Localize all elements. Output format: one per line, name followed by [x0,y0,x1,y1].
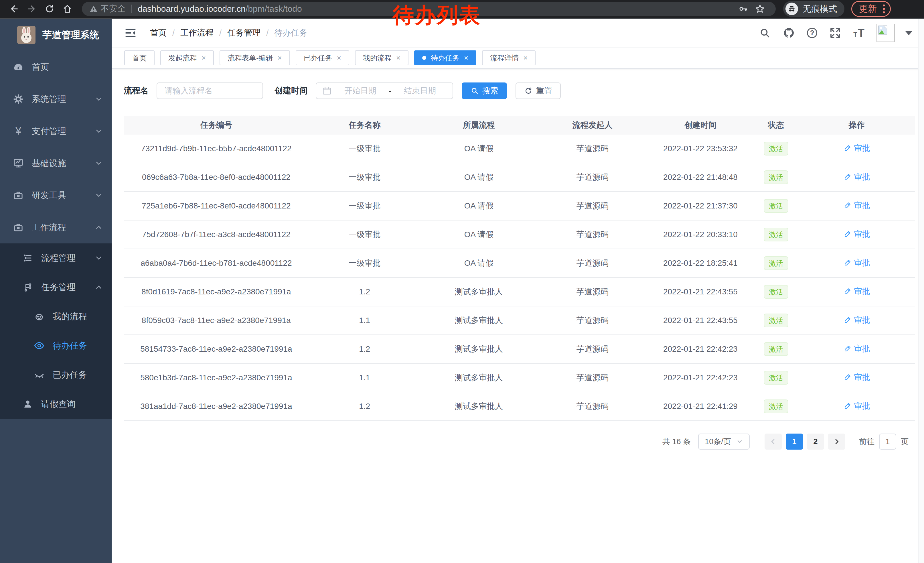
next-page-button[interactable] [828,434,845,450]
approve-link[interactable]: 审批 [843,343,870,354]
sidebar-collapse-icon[interactable] [124,27,137,39]
cell-status: 激活 [753,228,799,242]
browser-reload-icon[interactable] [40,1,58,17]
cell-action: 审批 [799,343,915,355]
cell-process: OA 请假 [420,143,537,154]
security-warning[interactable]: 不安全 [89,3,126,15]
tab-my-process[interactable]: 我的流程× [355,50,408,65]
breadcrumb-home[interactable]: 首页 [150,27,166,39]
avatar-dropdown-caret[interactable] [905,31,912,35]
approve-link[interactable]: 审批 [843,315,870,326]
sidebar-item-workflow[interactable]: 工作流程 [0,211,112,243]
app-title: 芋道管理系统 [42,29,99,42]
goto-page-input[interactable] [879,434,896,450]
process-name-input[interactable] [157,83,263,99]
breadcrumb-workflow[interactable]: 工作流程 [180,27,213,39]
tab-todo-tasks[interactable]: 待办任务× [414,50,476,65]
cell-task-id: 725a1eb6-7b88-11ec-8ef0-acde48001122 [124,201,309,210]
tab-process-detail[interactable]: 流程详情× [482,50,536,65]
breadcrumb-separator: / [266,29,268,38]
font-size-icon[interactable]: TT [853,27,864,39]
tab-start-process[interactable]: 发起流程× [160,50,214,65]
cell-created: 2022-01-22 21:37:30 [648,201,753,210]
cell-process: 测试多审批人 [420,315,537,326]
page-button-2[interactable]: 2 [807,434,824,450]
sidebar-item-system[interactable]: 系统管理 [0,83,112,115]
tab-form-edit[interactable]: 流程表单-编辑× [219,50,290,65]
sidebar-item-infrastructure[interactable]: 基础设施 [0,147,112,179]
cell-task-id: 75d72608-7b7f-11ec-a3c8-acde48001122 [124,230,309,239]
total-count: 共 16 条 [662,437,691,447]
app-logo-row[interactable]: 芋道管理系统 [0,19,112,51]
cell-task-name: 1.2 [309,402,420,411]
table-row: 580e1b3d-7ac8-11ec-a9e2-a2380e71991a 1.1… [124,364,915,392]
column-header: 任务名称 [309,120,420,131]
sidebar-item-label: 支付管理 [32,125,94,137]
table-row: 725a1eb6-7b88-11ec-8ef0-acde48001122 一级审… [124,192,915,221]
reset-button[interactable]: 重置 [516,83,561,99]
chevron-down-icon [94,191,103,200]
sidebar-item-home[interactable]: 首页 [0,51,112,83]
avatar[interactable] [876,24,895,42]
approve-link[interactable]: 审批 [843,372,870,383]
sidebar-item-dev-tools[interactable]: 研发工具 [0,179,112,211]
sidebar-item-payment[interactable]: ¥ 支付管理 [0,115,112,147]
update-label: 更新 [859,3,877,15]
close-icon[interactable]: × [523,54,528,62]
page-size-select[interactable]: 10条/页 [698,434,750,450]
search-icon[interactable] [759,27,771,39]
close-icon[interactable]: × [337,54,341,62]
cell-initiator: 芋道源码 [538,258,648,269]
password-key-icon[interactable] [735,2,752,16]
close-icon[interactable]: × [201,54,206,62]
browser-home-icon[interactable] [58,1,76,17]
cell-process: 测试多审批人 [420,372,537,383]
bookmark-star-icon[interactable] [752,2,768,16]
help-icon[interactable]: ? [807,28,817,38]
approve-link[interactable]: 审批 [843,200,870,211]
sidebar-item-process-mgmt[interactable]: 流程管理 [0,243,112,273]
close-icon[interactable]: × [396,54,400,62]
search-button[interactable]: 搜索 [462,83,507,99]
sidebar-item-leave-query[interactable]: 请假查询 [0,389,112,419]
page-button-1[interactable]: 1 [786,434,803,450]
cell-status: 激活 [753,371,799,384]
yen-icon: ¥ [13,126,24,137]
page-scrollbar[interactable] [918,19,924,563]
cell-initiator: 芋道源码 [538,344,648,354]
tab-home[interactable]: 首页 [124,50,154,65]
approve-link[interactable]: 审批 [843,286,870,297]
chevron-right-icon [833,438,840,445]
cell-action: 审批 [799,286,915,297]
browser-update-button[interactable]: 更新 [851,1,891,17]
tabs-bar: 首页 发起流程× 流程表单-编辑× 已办任务× 我的流程× 待办任务× 流程详情… [112,48,924,69]
cell-created: 2022-01-21 22:41:29 [648,402,753,411]
column-header: 创建时间 [648,120,753,131]
sidebar-item-done-tasks[interactable]: 已办任务 [0,360,112,389]
breadcrumb-task-mgmt[interactable]: 任务管理 [227,27,261,39]
browser-forward-icon[interactable] [23,1,40,17]
approve-link[interactable]: 审批 [843,143,870,154]
browser-back-icon[interactable] [5,1,23,17]
date-range-separator: - [387,86,393,95]
sidebar-item-todo-tasks[interactable]: 待办任务 [0,331,112,360]
prev-page-button[interactable] [765,434,782,450]
eye-icon [34,340,45,351]
sidebar-item-task-mgmt[interactable]: 任务管理 [0,273,112,302]
fullscreen-icon[interactable] [829,27,841,39]
date-range-picker[interactable]: 开始日期 - 结束日期 [316,83,453,99]
cell-action: 审批 [799,257,915,269]
approve-link[interactable]: 审批 [843,257,870,268]
github-icon[interactable] [783,27,795,39]
cell-status: 激活 [753,256,799,270]
edit-pen-icon [843,402,851,410]
approve-link[interactable]: 审批 [843,229,870,240]
close-icon[interactable]: × [278,54,282,62]
close-icon[interactable]: × [464,54,468,62]
approve-link[interactable]: 审批 [843,171,870,182]
approve-link[interactable]: 审批 [843,401,870,411]
tab-done-tasks[interactable]: 已办任务× [296,50,349,65]
sidebar-item-my-process[interactable]: 我的流程 [0,302,112,331]
page-content: 流程名 创建时间 开始日期 - 结束日期 搜索 [112,69,924,450]
column-header: 流程发起人 [538,120,648,131]
